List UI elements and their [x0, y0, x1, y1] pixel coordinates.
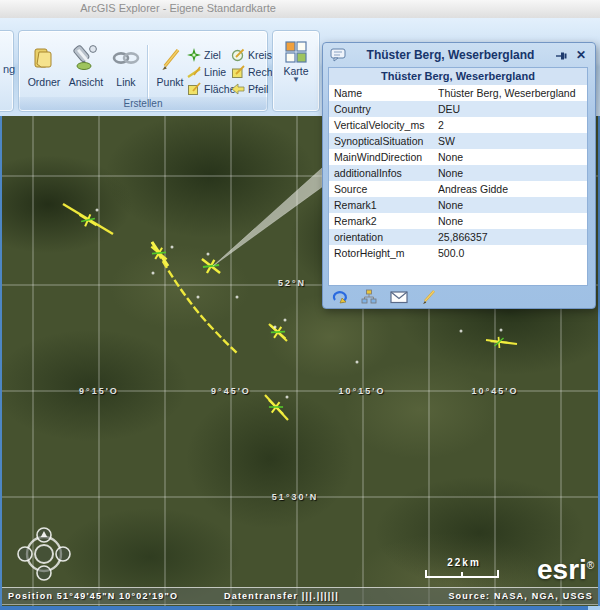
- ribbon-separator: [147, 45, 148, 101]
- punkt-label: Punkt: [157, 76, 184, 88]
- pin-icon[interactable]: [555, 49, 568, 62]
- arrow-icon: [231, 82, 245, 96]
- scale-bar: [426, 570, 498, 578]
- resize-grip[interactable]: [588, 606, 600, 610]
- kreis-label: Kreis: [248, 49, 272, 61]
- table-row: RotorHeight_m500.0: [329, 245, 587, 261]
- zoom-to-icon[interactable]: [332, 289, 348, 304]
- table-row: Remark2None: [329, 213, 587, 229]
- popup-toolbar: [332, 289, 437, 304]
- scale-label: 22km: [429, 557, 499, 568]
- punkt-button[interactable]: Punkt: [151, 41, 189, 93]
- table-row: additionalInfosNone: [329, 165, 587, 181]
- ansicht-button[interactable]: Ansicht: [65, 41, 107, 93]
- table-row: VerticalVelocity_ms2: [329, 117, 587, 133]
- popup-title-bar[interactable]: Thüster Berg, Weserbergland ✕: [323, 43, 595, 67]
- ansicht-label: Ansicht: [69, 76, 103, 88]
- edit-icon[interactable]: [421, 289, 437, 304]
- grid-label-lon945: 9°45'O: [211, 386, 251, 396]
- table-row: NameThüster Berg, Weserbergland: [329, 85, 587, 101]
- transfer-bars: |||.||||||: [302, 591, 339, 601]
- flaeche-button[interactable]: Fläche: [187, 81, 236, 97]
- pfeil-label: Pfeil: [248, 83, 268, 95]
- navigation-compass[interactable]: [18, 528, 70, 580]
- window-frame-bottom: [0, 606, 600, 610]
- table-row: SourceAndreas Gidde: [329, 181, 587, 197]
- position-readout: Position 51°49'45"N 10°02'19"O: [8, 588, 178, 604]
- popup-feature-header: Thüster Berg, Weserbergland: [329, 68, 587, 85]
- table-row: Remark1None: [329, 197, 587, 213]
- imagery-source: Source: NASA, NGA, USGS: [448, 588, 593, 604]
- popup-title: Thüster Berg, Weserbergland: [346, 48, 555, 62]
- grid-label-lat5130: 51°30'N: [272, 492, 318, 502]
- folder-icon: [30, 41, 58, 75]
- arcgis-explorer-window: ArcGIS Explorer - Eigene Standardkarte n…: [0, 0, 600, 610]
- grid-label-lon1045: 10°45'O: [472, 386, 519, 396]
- ribbon-group-erstellen: Ordner Ansicht: [18, 30, 268, 112]
- rectangle-icon: [231, 65, 245, 79]
- grid-label-lat52: 52°N: [278, 278, 306, 288]
- window-title: ArcGIS Explorer - Eigene Standardkarte: [0, 2, 356, 14]
- pencil-icon: [157, 41, 183, 75]
- pfeil-button[interactable]: Pfeil: [231, 81, 268, 97]
- link-label: Link: [116, 76, 135, 88]
- circle-icon: [231, 48, 245, 62]
- line-icon: [187, 65, 201, 79]
- group-label-erstellen: Erstellen: [19, 97, 267, 110]
- ziel-button[interactable]: Ziel: [187, 47, 221, 63]
- karte-button[interactable]: Karte ▼: [278, 41, 314, 103]
- title-bar: ArcGIS Explorer - Eigene Standardkarte: [0, 0, 600, 19]
- popup-leader-wedge: [213, 168, 322, 266]
- chevron-down-icon: ▼: [292, 77, 300, 83]
- linie-label: Linie: [204, 66, 226, 78]
- grid-label-lon1015: 10°15'O: [339, 386, 386, 396]
- ordner-label: Ordner: [28, 76, 61, 88]
- table-row: CountryDEU: [329, 101, 587, 117]
- email-icon[interactable]: [390, 290, 408, 304]
- linie-button[interactable]: Linie: [187, 64, 226, 80]
- callout-icon: [330, 48, 346, 62]
- ribbon-group-karte: Karte ▼: [272, 30, 320, 112]
- table-row: SynopticalSituationSW: [329, 133, 587, 149]
- add-to-contents-icon[interactable]: [361, 289, 377, 304]
- truncated-button-label: ng: [3, 63, 15, 75]
- esri-logo: esri®: [537, 554, 594, 586]
- grid-label-lon915: 9°15'O: [79, 386, 119, 396]
- window-frame-left: [0, 116, 2, 606]
- polygon-icon: [187, 82, 201, 96]
- map-layers-icon: [285, 41, 307, 63]
- status-bar: Position 51°49'45"N 10°02'19"O Datentran…: [2, 587, 598, 605]
- ordner-button[interactable]: Ordner: [25, 41, 63, 93]
- table-row: MainWindDirectionNone: [329, 149, 587, 165]
- link-button[interactable]: Link: [109, 41, 143, 93]
- table-row: orientation25,866357: [329, 229, 587, 245]
- popup-content: Thüster Berg, Weserbergland NameThüster …: [328, 67, 588, 286]
- kreis-button[interactable]: Kreis: [231, 47, 272, 63]
- feature-popup: Thüster Berg, Weserbergland ✕ Thüster Be…: [322, 42, 596, 309]
- datatransfer-indicator: Datentransfer |||.||||||: [224, 588, 339, 604]
- ziel-label: Ziel: [204, 49, 221, 61]
- telescope-icon: [71, 41, 101, 75]
- link-icon: [111, 41, 141, 75]
- target-icon: [187, 48, 201, 62]
- close-icon[interactable]: ✕: [576, 49, 586, 61]
- ribbon-group-truncated: ng: [0, 30, 14, 112]
